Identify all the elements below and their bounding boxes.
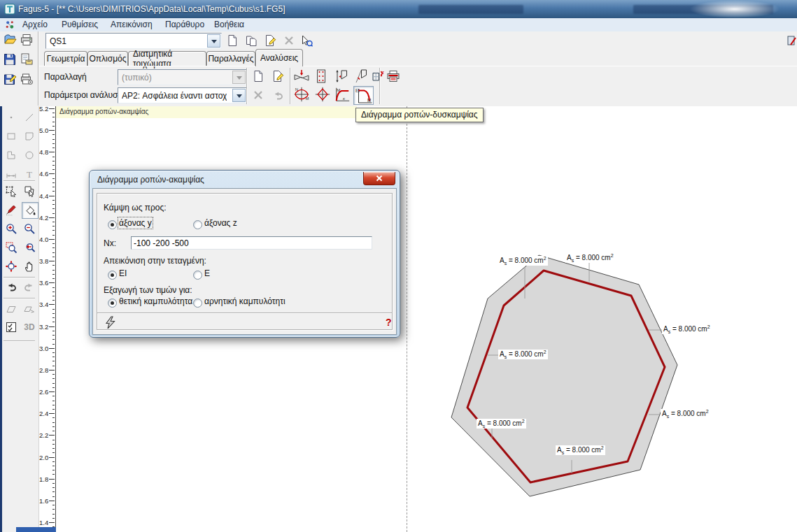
tab-reinforcement[interactable]: Οπλισμός	[87, 51, 128, 66]
open-button[interactable]	[2, 31, 17, 48]
fill-tool[interactable]	[22, 202, 38, 219]
pick-section-button[interactable]	[298, 32, 315, 49]
axis-y-radio[interactable]	[108, 220, 117, 229]
pencil-tool[interactable]	[3, 202, 19, 217]
corner-polygon-tool[interactable]	[22, 129, 37, 144]
zoom-in-tool[interactable]	[3, 221, 19, 236]
text-tool[interactable]: T	[22, 166, 37, 182]
new-analysis-button[interactable]	[250, 68, 267, 85]
ruler-major-tick	[49, 522, 55, 523]
section-stress-button[interactable]	[313, 68, 330, 85]
close-button[interactable]	[363, 172, 395, 185]
run-button[interactable]	[104, 316, 117, 330]
select-nodes-tool[interactable]	[3, 183, 19, 199]
menu-view[interactable]: Απεικόνιση	[108, 20, 155, 30]
delete-section-button[interactable]	[281, 32, 297, 49]
help-button[interactable]: ?	[386, 317, 392, 328]
positive-curvature-radio[interactable]	[108, 299, 117, 308]
view-title-strip: Διάγραμμα ροπών-ακαμψίας	[55, 106, 357, 118]
menu-help[interactable]: Βοήθεια	[211, 20, 247, 30]
analysis-params-combo[interactable]: AP2: Ασφάλεια έναντι αστοχ	[118, 87, 247, 103]
delete-analysis-button[interactable]	[250, 87, 267, 103]
save-button[interactable]	[2, 51, 17, 68]
new-section-button[interactable]	[224, 32, 241, 49]
zoom-out-tool[interactable]	[22, 221, 37, 236]
axial-force-button[interactable]	[332, 68, 349, 85]
line-tool[interactable]	[22, 110, 37, 125]
ruler-minor-tick	[52, 335, 55, 336]
print-button[interactable]	[19, 31, 34, 48]
edge-icon[interactable]	[784, 32, 797, 49]
nx-input[interactable]	[131, 236, 372, 250]
tab-variants[interactable]: Παραλλαγές	[206, 51, 255, 66]
print-analysis-button[interactable]	[385, 68, 402, 85]
zoom-window-tool[interactable]	[3, 240, 19, 255]
svg-text:M: M	[367, 97, 371, 102]
tab-geometry[interactable]: Γεωμετρία	[44, 51, 87, 66]
close-icon	[374, 175, 384, 182]
tab-shear-walls[interactable]: Διατμητικά τοιχώματα	[128, 51, 206, 66]
options-tool[interactable]	[3, 319, 19, 335]
zoom-previous-tool[interactable]	[22, 240, 37, 255]
stress-diagram-button[interactable]	[352, 68, 369, 85]
menu-window[interactable]: Παράθυρο	[162, 20, 207, 30]
toolbar-separator	[290, 68, 291, 104]
save-as-button[interactable]	[2, 71, 17, 87]
positive-curvature-label[interactable]: θετική καμπυλότητα	[119, 296, 192, 306]
axis-z-label[interactable]: άξονας z	[204, 218, 237, 228]
ei-label[interactable]: EI	[119, 268, 127, 278]
chevron-down-icon[interactable]	[207, 34, 220, 48]
3d-view-tool[interactable]: 3D	[22, 319, 37, 335]
copy-section-button[interactable]	[243, 32, 260, 49]
print-setup-button[interactable]	[19, 71, 34, 87]
tab-analyses[interactable]: Αναλύσεις	[255, 49, 303, 66]
section-combo[interactable]: QS1	[45, 33, 222, 49]
titlebar-glow	[689, 0, 780, 18]
palette-separator	[3, 340, 35, 342]
rectangle-tool[interactable]	[3, 129, 19, 144]
menu-file[interactable]: Αρχείο	[20, 20, 50, 30]
edit-analysis-button[interactable]	[269, 68, 286, 85]
select-shape-tool[interactable]	[22, 183, 37, 199]
partial-scrollbar[interactable]	[16, 527, 56, 532]
point-tool[interactable]	[3, 110, 19, 125]
undo-button[interactable]	[3, 279, 19, 294]
axis-z-radio[interactable]	[193, 220, 202, 229]
menu-settings[interactable]: Ρυθμίσεις	[59, 20, 101, 30]
undo-analysis-button[interactable]	[269, 87, 286, 103]
rename-section-button[interactable]	[262, 32, 278, 49]
negative-curvature-radio[interactable]	[193, 299, 202, 308]
ruler-major-tick	[49, 282, 55, 283]
ruler-minor-tick	[52, 417, 55, 418]
ruler-major-tick	[49, 261, 55, 261]
ruler-minor-tick	[52, 409, 55, 410]
ushape-tool[interactable]	[3, 148, 19, 163]
ei-radio[interactable]	[108, 271, 117, 280]
axis-y-label[interactable]: άξονας y	[119, 218, 152, 228]
ruler-minor-tick	[52, 374, 55, 375]
menu-app-icon[interactable]	[4, 20, 15, 30]
negative-curvature-label[interactable]: αρνητική καμπυλότητι	[204, 296, 285, 306]
print-preview-button[interactable]	[19, 51, 34, 68]
e-radio[interactable]	[193, 271, 202, 280]
title-bar: Fagus-5 - [** C:\Users\DIMITRIOS\AppData…	[0, 0, 797, 19]
ruler-label: 5.0	[39, 127, 48, 134]
dimension-tool[interactable]	[3, 166, 19, 182]
chevron-down-icon[interactable]	[232, 89, 246, 102]
ruler-minor-tick	[52, 169, 55, 170]
zoom-extents-tool[interactable]	[3, 259, 19, 274]
moment-curvature-button[interactable]: Mκ	[334, 86, 351, 103]
nm-interaction-button[interactable]: NM	[293, 86, 310, 103]
variant-combo[interactable]: (τυπικό)	[118, 69, 247, 85]
redo-button[interactable]	[22, 279, 37, 294]
circle-tool[interactable]	[22, 148, 37, 163]
pan-tool[interactable]	[22, 259, 37, 274]
e-label[interactable]: E	[204, 268, 210, 278]
moment-stiffness-button[interactable]: EIM	[353, 86, 374, 105]
offset-arrow-tool[interactable]	[22, 301, 37, 317]
deformation-button[interactable]	[293, 68, 310, 85]
offset-tool[interactable]	[3, 301, 19, 317]
ruler-minor-tick	[52, 422, 55, 423]
mm-interaction-button[interactable]	[314, 86, 331, 103]
rebar-label: As = 8.000 cm2	[498, 256, 548, 266]
